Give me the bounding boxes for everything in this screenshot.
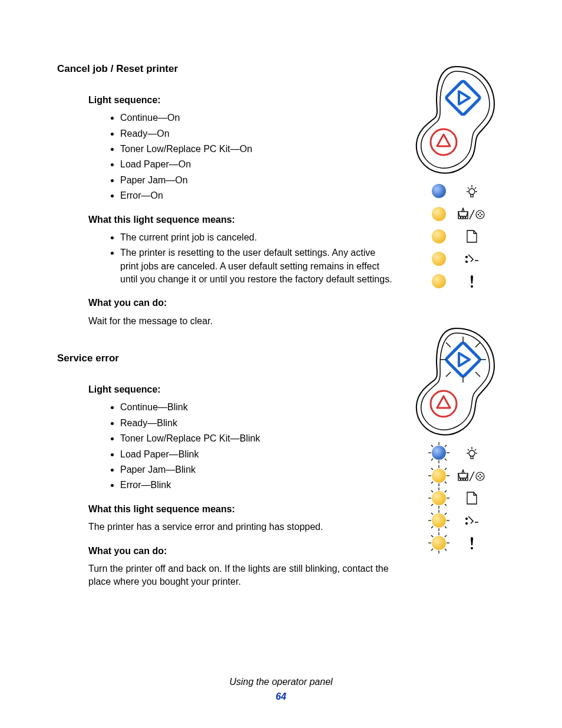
list-item: Error—On [120, 189, 394, 202]
error-exclaim-icon [469, 274, 475, 288]
list-item: Load Paper—Blink [120, 448, 394, 461]
page-footer: Using the operator panel 64 [0, 676, 562, 703]
operator-panel-diagram [406, 62, 506, 288]
error-exclaim-icon [469, 536, 475, 550]
light-sequence-list: Continue—Blink Ready—Blink Toner Low/Rep… [120, 401, 394, 492]
do-text: Wait for the message to clear. [88, 315, 394, 328]
list-item: Ready—Blink [120, 417, 394, 430]
jam-led-icon [432, 252, 446, 266]
list-item: Paper Jam—On [120, 174, 394, 187]
light-sequence-heading: Light sequence: [88, 383, 394, 396]
light-sequence-list: Continue—On Ready—On Toner Low/Replace P… [120, 111, 394, 202]
list-item: Toner Low/Replace PC Kit—On [120, 143, 394, 156]
means-text: The printer has a service error and prin… [88, 521, 394, 533]
means-heading: What this light sequence means: [88, 503, 394, 516]
means-list: The current print job is canceled. The p… [120, 231, 394, 286]
list-item: The current print job is canceled. [120, 231, 394, 244]
list-item: Error—Blink [120, 479, 394, 492]
ready-bulb-icon [464, 445, 480, 460]
toner-led-blink-icon [432, 469, 446, 483]
jam-led-blink-icon [432, 513, 446, 528]
page-number: 64 [0, 690, 562, 703]
list-item: Toner Low/Replace PC Kit—Blink [120, 432, 394, 445]
ready-led-icon [432, 184, 446, 198]
toner-led-icon [432, 207, 446, 221]
do-text: Turn the printer off and back on. If the… [88, 562, 394, 589]
load-paper-icon [465, 491, 478, 505]
footer-text: Using the operator panel [229, 677, 332, 687]
error-led-icon [432, 274, 446, 288]
list-item: Continue—On [120, 111, 394, 124]
section-title: Cancel job / Reset printer [57, 62, 394, 76]
section-cancel-reset: Cancel job / Reset printer Light sequenc… [57, 62, 394, 328]
list-item: Continue—Blink [120, 401, 394, 414]
load-paper-icon [465, 229, 478, 243]
paper-jam-icon [464, 514, 480, 527]
do-heading: What you can do: [88, 545, 394, 558]
toner-box-icon [458, 207, 486, 220]
paper-led-blink-icon [432, 491, 446, 505]
ready-led-blink-icon [432, 446, 446, 460]
error-led-blink-icon [432, 536, 446, 550]
control-panel-icon [412, 324, 500, 442]
means-heading: What this light sequence means: [88, 213, 394, 226]
do-heading: What you can do: [88, 297, 394, 309]
ready-bulb-icon [464, 183, 480, 199]
toner-box-icon [458, 469, 486, 482]
panel-column [406, 62, 506, 612]
control-panel-icon [412, 62, 500, 180]
list-item: The printer is resetting to the user def… [120, 246, 394, 286]
light-sequence-heading: Light sequence: [88, 94, 394, 107]
paper-led-icon [432, 229, 446, 243]
section-service-error: Service error Light sequence: Continue—B… [57, 351, 394, 588]
content-column: Cancel job / Reset printer Light sequenc… [57, 62, 394, 612]
list-item: Paper Jam—Blink [120, 463, 394, 476]
section-title: Service error [57, 351, 394, 365]
list-item: Ready—On [120, 127, 394, 140]
operator-panel-diagram-blink [406, 324, 506, 550]
paper-jam-icon [464, 252, 480, 265]
list-item: Load Paper—On [120, 158, 394, 171]
